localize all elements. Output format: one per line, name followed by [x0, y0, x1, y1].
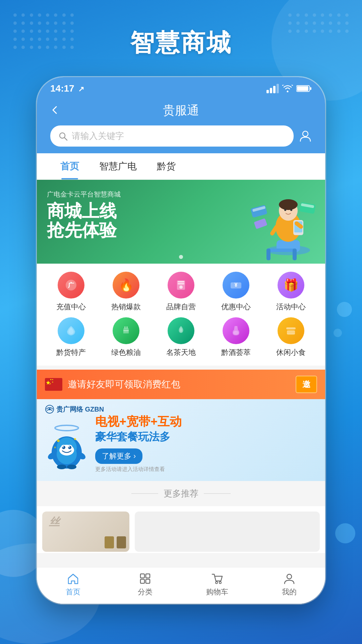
svg-point-0: [287, 91, 289, 93]
nav-item-category[interactable]: 分类: [109, 572, 181, 597]
grid-icon: [139, 572, 152, 585]
category-icon-coupon: ¥: [223, 272, 249, 299]
search-placeholder-text: 请输入关键字: [72, 130, 124, 142]
search-bar: 请输入关键字: [37, 125, 325, 153]
banner-dot: [179, 255, 183, 259]
category-label-tea: 名茶天地: [166, 347, 196, 358]
category-label-green-oil: 绿色粮油: [111, 347, 141, 358]
user-icon[interactable]: [299, 129, 312, 143]
learn-more-button[interactable]: 了解更多 ›: [95, 448, 142, 464]
nav-item-profile[interactable]: 我的: [253, 572, 325, 597]
robot-figure: [45, 421, 88, 469]
category-label-activity: 活动中心: [276, 302, 306, 312]
broadband-banner[interactable]: 贵广网络 GZBN: [37, 399, 325, 481]
category-item-liquor[interactable]: 黔酒荟萃: [208, 317, 263, 358]
wifi-icon: [282, 85, 293, 92]
category-icon-activity: 🎁: [278, 272, 304, 299]
category-item-activity[interactable]: 🎁 活动中心: [263, 272, 318, 312]
category-item-brand[interactable]: 品牌自营: [154, 272, 208, 312]
category-item-hot[interactable]: 🔥 热销爆款: [99, 272, 154, 312]
category-item-tea[interactable]: 名茶天地: [154, 317, 208, 358]
category-icon-hot: 🔥: [113, 272, 139, 299]
category-item-snacks[interactable]: 休闲小食: [263, 317, 318, 358]
category-label-qian-goods: 黔货特产: [56, 347, 86, 358]
svg-rect-67: [146, 579, 150, 583]
category-icon-green-oil: [113, 317, 139, 344]
tab-home[interactable]: 首页: [50, 153, 89, 179]
svg-rect-9: [268, 249, 295, 252]
search-input-wrap[interactable]: 请输入关键字: [50, 125, 294, 147]
search-icon: [58, 131, 68, 141]
broadband-title: 电视+宽带+互动: [95, 414, 317, 430]
category-item-coupon[interactable]: ¥ 优惠中心: [208, 272, 263, 312]
content-area: 广电金卡云平台智慧商城 商城上线 抢先体验: [37, 180, 325, 567]
svg-text:¥: ¥: [235, 282, 238, 288]
nav-tabs: 首页 智慧广电 黔货: [37, 153, 325, 180]
category-icon-qian-goods: [58, 317, 84, 344]
nav-label-cart: 购物车: [206, 587, 228, 597]
svg-point-46: [55, 425, 78, 431]
category-icon-recharge: 广 广: [58, 272, 84, 299]
cart-icon: [211, 572, 224, 585]
category-label-snacks: 休闲小食: [276, 347, 306, 358]
category-label-liquor: 黔酒荟萃: [221, 347, 251, 358]
banner-title-2: 抢先体验: [47, 221, 121, 240]
svg-point-61: [57, 439, 60, 442]
category-grid-row1: 广 广 充值中心 🔥 热销爆款: [44, 272, 318, 358]
category-label-brand: 品牌自营: [166, 302, 196, 312]
svg-point-69: [219, 582, 221, 584]
nav-label-home: 首页: [66, 587, 80, 597]
svg-point-56: [68, 446, 70, 447]
gzbn-logo-text: 贵广网络 GZBN: [56, 405, 104, 414]
home-icon: [67, 572, 79, 585]
svg-rect-38: [45, 378, 62, 391]
header-title: 贵服通: [163, 102, 199, 119]
svg-rect-23: [254, 218, 267, 229]
svg-rect-65: [146, 574, 150, 578]
category-icon-brand: [168, 272, 194, 299]
nav-item-cart[interactable]: 购物车: [181, 572, 253, 597]
svg-rect-10: [266, 249, 270, 260]
svg-point-63: [54, 447, 56, 448]
category-label-hot: 热销爆款: [111, 302, 141, 312]
svg-rect-11: [293, 249, 297, 260]
svg-point-14: [279, 199, 298, 210]
svg-rect-64: [140, 574, 144, 578]
back-button[interactable]: [50, 104, 60, 118]
svg-point-59: [57, 465, 66, 469]
invite-text: 邀请好友即可领取消费红包: [68, 378, 290, 391]
tab-smart-broadcast[interactable]: 智慧广电: [89, 153, 147, 179]
status-bar: 14:17 ↗: [37, 77, 325, 97]
banner-title-1: 商城上线: [47, 202, 121, 221]
nav-label-category: 分类: [138, 587, 153, 597]
svg-point-30: [179, 285, 183, 289]
svg-text:广: 广: [68, 281, 74, 288]
product-card-1[interactable]: 丝: [42, 512, 129, 552]
category-icon-tea: [168, 317, 194, 344]
product-card-2[interactable]: [135, 512, 320, 552]
category-label-recharge: 充值中心: [56, 302, 86, 312]
invite-button[interactable]: 邀: [296, 376, 317, 393]
page-title: 智慧商城: [0, 27, 362, 59]
user-nav-icon: [283, 572, 296, 585]
category-label-coupon: 优惠中心: [221, 302, 251, 312]
svg-line-5: [64, 138, 67, 140]
category-item-qian-goods[interactable]: 黔货特产: [44, 317, 99, 358]
tab-qian-goods[interactable]: 黔货: [147, 153, 186, 179]
status-icons: [266, 84, 312, 93]
svg-point-54: [68, 446, 71, 449]
nav-item-home[interactable]: 首页: [37, 572, 109, 597]
category-item-green-oil[interactable]: 绿色粮油: [99, 317, 154, 358]
svg-point-15: [284, 209, 286, 211]
battery-icon: [296, 85, 312, 92]
invite-flag-icon: [45, 378, 62, 391]
svg-point-45: [49, 408, 51, 410]
svg-point-60: [67, 465, 76, 469]
hero-banner[interactable]: 广电金卡云平台智慧商城 商城上线 抢先体验: [37, 180, 325, 264]
gzbn-logo: 贵广网络 GZBN: [45, 405, 104, 414]
category-icon-liquor: [223, 317, 249, 344]
invite-banner[interactable]: 邀请好友即可领取消费红包 邀: [37, 370, 325, 399]
svg-point-6: [303, 131, 308, 137]
category-item-recharge[interactable]: 广 广 充值中心: [44, 272, 99, 312]
svg-point-53: [62, 446, 65, 449]
